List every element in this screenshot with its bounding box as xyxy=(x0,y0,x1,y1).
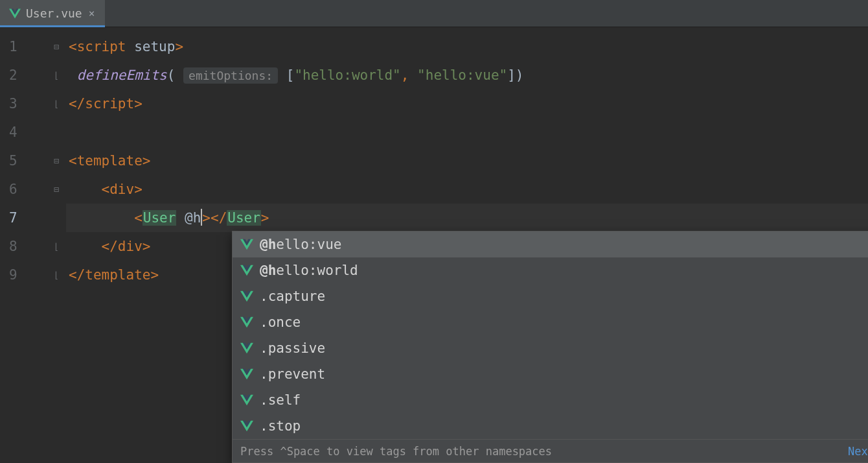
autocomplete-hint: Press ^Space to view tags from other nam… xyxy=(240,445,552,458)
autocomplete-label: @hello:vue xyxy=(260,237,341,252)
autocomplete-label: .passive xyxy=(260,340,325,356)
code-line[interactable]: <div> xyxy=(66,175,868,204)
line-number: 5 xyxy=(0,147,47,175)
vue-icon xyxy=(240,368,253,381)
file-tab[interactable]: User.vue × xyxy=(0,0,105,27)
autocomplete-label: .stop xyxy=(260,418,301,434)
code-line[interactable]: <template> xyxy=(66,147,868,175)
vue-icon xyxy=(240,394,253,407)
code-line[interactable]: <script setup> xyxy=(66,32,868,61)
autocomplete-label: .self xyxy=(260,392,301,408)
vue-icon xyxy=(240,264,253,277)
line-number: 9 xyxy=(0,261,47,289)
autocomplete-footer: Press ^Space to view tags from other nam… xyxy=(233,439,868,462)
autocomplete-item[interactable]: .self xyxy=(233,387,868,413)
vue-icon xyxy=(9,8,21,19)
autocomplete-label: .prevent xyxy=(260,366,325,382)
autocomplete-item[interactable]: .prevent xyxy=(233,361,868,387)
autocomplete-item[interactable]: .once xyxy=(233,309,868,335)
line-number: 2 xyxy=(0,61,47,89)
fold-end: ⌊ xyxy=(47,89,66,118)
editor: 1 2 3 4 5 6 7 8 9 ⊟ ⌊ ⌊ ⊟ ⊟ ⌊ ⌊ <script … xyxy=(0,27,868,463)
autocomplete-item[interactable]: @hello:world xyxy=(233,257,868,283)
autocomplete-item[interactable]: .capture xyxy=(233,283,868,309)
autocomplete-label: .capture xyxy=(260,289,325,304)
line-number: 4 xyxy=(0,118,47,147)
tab-bar: User.vue × xyxy=(0,0,868,27)
code-line[interactable]: defineEmits( emitOptions: ["hello:world"… xyxy=(66,61,868,89)
vue-icon xyxy=(240,420,253,433)
autocomplete-label: .once xyxy=(260,315,301,330)
autocomplete-item[interactable]: .passive xyxy=(233,335,868,361)
line-number: 1 xyxy=(0,32,47,61)
fold-gutter: ⊟ ⌊ ⌊ ⊟ ⊟ ⌊ ⌊ xyxy=(47,27,66,463)
code-area[interactable]: <script setup> defineEmits( emitOptions:… xyxy=(66,27,868,463)
line-number-gutter: 1 2 3 4 5 6 7 8 9 xyxy=(0,27,47,463)
next-tip-link[interactable]: Next Tip xyxy=(848,445,868,458)
parameter-hint: emitOptions: xyxy=(183,67,278,84)
line-number: 6 xyxy=(0,175,47,204)
autocomplete-item[interactable]: .stop xyxy=(233,413,868,439)
autocomplete-item[interactable]: @hello:vue xyxy=(233,232,868,257)
close-icon[interactable]: × xyxy=(87,8,97,19)
line-number: 3 xyxy=(0,89,47,118)
autocomplete-label: @hello:world xyxy=(260,263,358,278)
fold-toggle[interactable]: ⊟ xyxy=(47,175,66,204)
fold-end: ⌊ xyxy=(47,232,66,261)
fold-end: ⌊ xyxy=(47,261,66,289)
line-number-current: 7 xyxy=(0,204,47,232)
fold-guide: ⌊ xyxy=(47,61,66,89)
line-number: 8 xyxy=(0,232,47,261)
vue-icon xyxy=(240,342,253,355)
fold-toggle[interactable]: ⊟ xyxy=(47,147,66,175)
tab-filename: User.vue xyxy=(26,6,82,20)
code-line[interactable] xyxy=(66,118,868,147)
code-line-current[interactable]: <User @h></User> xyxy=(66,204,868,232)
code-line[interactable]: </script> xyxy=(66,89,868,118)
vue-icon xyxy=(240,290,253,303)
vue-icon xyxy=(240,238,253,251)
vue-icon xyxy=(240,316,253,329)
text-cursor xyxy=(201,209,202,226)
autocomplete-popup: @hello:vue @hello:world .capture .once .… xyxy=(232,231,868,463)
fold-toggle[interactable]: ⊟ xyxy=(47,32,66,61)
